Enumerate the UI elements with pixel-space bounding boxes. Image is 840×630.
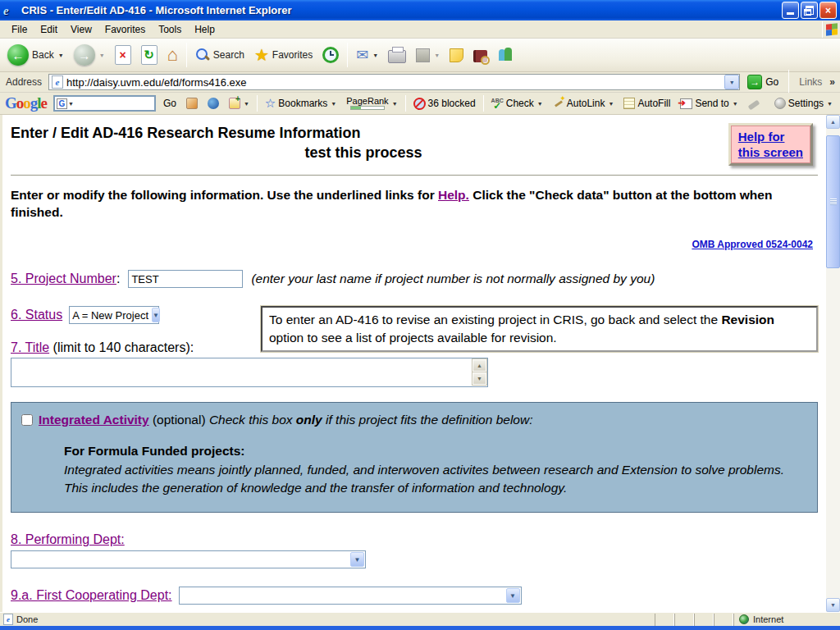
autofill-button[interactable]: AutoFill bbox=[621, 96, 673, 111]
autolink-dropdown-icon[interactable]: ▼ bbox=[608, 101, 614, 107]
integrated-activity-link[interactable]: Integrated Activity bbox=[39, 413, 149, 427]
google-search-dropdown-icon[interactable]: ▼ bbox=[68, 101, 74, 107]
integrated-activity-checkbox[interactable] bbox=[21, 414, 33, 426]
project-number-link[interactable]: 5. Project Number bbox=[11, 272, 116, 285]
favorites-button[interactable]: ★ Favorites bbox=[250, 41, 317, 69]
address-url[interactable]: http://daisy.uvm.edu/efd/forms416.exe bbox=[66, 76, 724, 89]
research-button[interactable] bbox=[469, 41, 491, 69]
first-cooperating-dept-select[interactable]: ▼ bbox=[179, 587, 522, 605]
mail-button[interactable]: ✉ ▼ bbox=[352, 41, 382, 69]
address-label: Address bbox=[3, 76, 44, 88]
print-icon bbox=[388, 50, 406, 63]
close-button[interactable]: × bbox=[819, 2, 837, 19]
google-search-input[interactable]: G ▼ bbox=[53, 95, 156, 112]
popup-blocker-icon bbox=[413, 98, 426, 110]
send-to-button[interactable]: Send to ▼ bbox=[678, 96, 740, 111]
settings-button[interactable]: Settings ▼ bbox=[772, 96, 835, 111]
scroll-up-button[interactable]: ▲ bbox=[826, 115, 840, 129]
textarea-scroll-up-icon[interactable]: ▲ bbox=[472, 359, 486, 372]
textarea-scroll-down-icon[interactable]: ▼ bbox=[472, 372, 486, 385]
google-news-button[interactable] bbox=[184, 96, 200, 111]
google-add-bookmark-button[interactable]: ▼ bbox=[226, 96, 252, 111]
edit-button[interactable]: ▼ bbox=[412, 41, 444, 69]
refresh-button[interactable]: ↻ bbox=[137, 41, 162, 69]
minimize-button[interactable] bbox=[782, 2, 799, 19]
check-dropdown-icon[interactable]: ▼ bbox=[537, 101, 543, 107]
scrollbar-track[interactable] bbox=[826, 129, 840, 598]
integrated-activity-box: Integrated Activity (optional) Check thi… bbox=[11, 402, 818, 513]
go-button[interactable]: → Go bbox=[744, 74, 782, 90]
address-bar: Address e http://daisy.uvm.edu/efd/forms… bbox=[0, 72, 840, 93]
help-for-screen-link[interactable]: Help for this screen bbox=[728, 123, 813, 166]
status-dropdown-icon[interactable]: ▼ bbox=[152, 308, 160, 322]
links-chevron-icon[interactable]: » bbox=[829, 76, 837, 88]
help-link[interactable]: Help. bbox=[438, 188, 469, 202]
pagerank-meter bbox=[350, 106, 385, 110]
first-cooperating-dept-link[interactable]: 9.a. First Cooperating Dept: bbox=[11, 588, 172, 603]
status-link[interactable]: 6. Status bbox=[11, 308, 62, 322]
help-link-line2[interactable]: this screen bbox=[738, 144, 803, 160]
restore-button[interactable] bbox=[801, 2, 818, 19]
project-number-label: 5. Project Number: bbox=[11, 272, 120, 286]
help-link-line1[interactable]: Help for bbox=[738, 129, 803, 144]
bookmarks-dropdown-icon[interactable]: ▼ bbox=[331, 101, 336, 107]
menu-edit[interactable]: Edit bbox=[34, 21, 64, 38]
menu-view[interactable]: View bbox=[64, 21, 98, 38]
settings-dropdown-icon[interactable]: ▼ bbox=[827, 101, 833, 107]
messenger-button[interactable] bbox=[493, 41, 518, 69]
back-button[interactable]: ← Back ▼ bbox=[3, 41, 68, 69]
edit-dropdown-icon[interactable]: ▼ bbox=[434, 52, 440, 58]
spellcheck-button[interactable]: ABC✓ Check ▼ bbox=[489, 96, 546, 111]
performing-dept-link[interactable]: 8. Performing Dept: bbox=[11, 532, 125, 546]
bookmarks-button[interactable]: ☆ Bookmarks ▼ bbox=[262, 94, 339, 112]
performing-dept-dropdown-icon[interactable]: ▼ bbox=[350, 552, 364, 567]
title-textarea[interactable]: ▲ ▼ bbox=[11, 358, 488, 387]
vertical-scrollbar[interactable]: ▲ ▼ bbox=[826, 115, 840, 612]
menu-help[interactable]: Help bbox=[188, 21, 221, 38]
research-book-icon bbox=[473, 50, 487, 62]
print-button[interactable] bbox=[384, 41, 410, 69]
formula-funded-heading: For Formula Funded projects: bbox=[64, 444, 807, 459]
highlighter-button[interactable] bbox=[746, 98, 762, 109]
googlebar-separator bbox=[405, 95, 406, 112]
back-dropdown-icon[interactable]: ▼ bbox=[58, 52, 64, 58]
project-number-row: 5. Project Number: (enter your last name… bbox=[11, 270, 826, 288]
google-g-icon: G bbox=[57, 98, 67, 109]
stop-button[interactable]: × bbox=[111, 41, 135, 69]
home-button[interactable]: ⌂ bbox=[163, 41, 182, 69]
popup-blocked-button[interactable]: 36 blocked bbox=[411, 96, 478, 112]
scroll-down-button[interactable]: ▼ bbox=[826, 598, 840, 612]
omb-link[interactable]: OMB Approved 0524-0042 bbox=[692, 239, 813, 250]
menu-favorites[interactable]: Favorites bbox=[98, 21, 152, 38]
mail-dropdown-icon[interactable]: ▼ bbox=[372, 52, 378, 58]
autofill-pad-icon bbox=[623, 98, 635, 109]
pagerank-button[interactable]: PageRank ▼ bbox=[344, 95, 399, 112]
close-icon: × bbox=[825, 5, 831, 16]
forward-button[interactable]: → ▼ bbox=[70, 41, 109, 69]
first-cooperating-dept-dropdown-icon[interactable]: ▼ bbox=[506, 588, 520, 603]
scrollbar-thumb[interactable] bbox=[826, 135, 840, 268]
menu-tools[interactable]: Tools bbox=[152, 21, 188, 38]
links-label[interactable]: Links bbox=[796, 76, 825, 88]
search-label: Search bbox=[213, 49, 244, 61]
project-number-input[interactable] bbox=[128, 270, 243, 288]
status-select[interactable]: A = New Project ▼ bbox=[69, 306, 159, 324]
autolink-button[interactable]: AutoLink ▼ bbox=[550, 96, 617, 111]
address-dropdown-icon[interactable]: ▼ bbox=[724, 75, 739, 89]
status-done-text: Done bbox=[16, 614, 38, 624]
menu-file[interactable]: File bbox=[5, 21, 34, 38]
favorites-star-icon: ★ bbox=[254, 45, 269, 65]
google-earth-button[interactable] bbox=[205, 96, 221, 111]
performing-dept-select[interactable]: ▼ bbox=[11, 550, 366, 568]
search-button[interactable]: Search bbox=[191, 41, 249, 69]
google-go-button[interactable]: Go bbox=[161, 96, 179, 111]
pagerank-dropdown-icon[interactable]: ▼ bbox=[392, 101, 398, 107]
history-button[interactable] bbox=[318, 41, 343, 69]
forward-dropdown-icon[interactable]: ▼ bbox=[99, 52, 105, 58]
discuss-button[interactable] bbox=[445, 41, 468, 69]
title-link[interactable]: 7. Title bbox=[11, 340, 49, 354]
send-to-dropdown-icon[interactable]: ▼ bbox=[733, 101, 738, 107]
add-bookmark-dropdown-icon[interactable]: ▼ bbox=[244, 101, 249, 107]
address-input[interactable]: e http://daisy.uvm.edu/efd/forms416.exe … bbox=[48, 74, 740, 90]
status-panel bbox=[694, 614, 714, 626]
